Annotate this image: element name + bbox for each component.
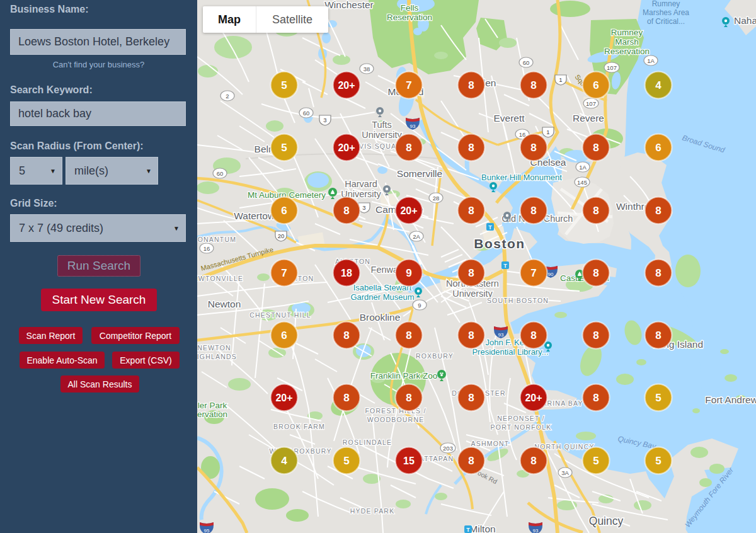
svg-text:University: University bbox=[362, 130, 402, 140]
svg-text:Rumney: Rumney bbox=[611, 28, 643, 37]
svg-text:Nahant: Nahant bbox=[734, 15, 756, 26]
svg-text:ROSLINDALE: ROSLINDALE bbox=[343, 438, 392, 446]
svg-text:20+: 20+ bbox=[338, 142, 355, 153]
svg-text:8: 8 bbox=[343, 205, 349, 217]
svg-text:8: 8 bbox=[530, 455, 536, 467]
svg-text:8: 8 bbox=[468, 392, 474, 404]
svg-text:NEWTONVILLE: NEWTONVILLE bbox=[197, 275, 243, 282]
svg-text:HYDE PARK: HYDE PARK bbox=[350, 507, 395, 515]
svg-text:93: 93 bbox=[533, 528, 539, 533]
svg-text:Brookline: Brookline bbox=[360, 312, 401, 323]
svg-text:8: 8 bbox=[468, 267, 474, 279]
svg-text:95: 95 bbox=[204, 528, 210, 533]
svg-text:CHESTNUT HILL: CHESTNUT HILL bbox=[249, 311, 311, 319]
svg-text:Newton: Newton bbox=[208, 299, 241, 309]
svg-text:Fort Andrews: Fort Andrews bbox=[705, 394, 756, 405]
svg-text:ervation: ervation bbox=[197, 410, 227, 419]
svg-text:Rumney: Rumney bbox=[652, 0, 680, 8]
svg-text:Somerville: Somerville bbox=[397, 168, 442, 179]
svg-text:Marshes Area: Marshes Area bbox=[643, 8, 689, 17]
svg-text:NEPONSET /: NEPONSET / bbox=[497, 415, 544, 422]
svg-text:8: 8 bbox=[468, 330, 474, 341]
svg-text:8: 8 bbox=[593, 330, 598, 341]
svg-text:1A: 1A bbox=[579, 164, 587, 171]
svg-text:5: 5 bbox=[655, 455, 661, 467]
svg-text:203: 203 bbox=[443, 445, 453, 452]
svg-text:Fells: Fells bbox=[401, 3, 419, 13]
svg-text:20+: 20+ bbox=[275, 393, 292, 403]
svg-text:8: 8 bbox=[468, 142, 474, 154]
svg-text:8: 8 bbox=[530, 79, 536, 91]
svg-text:20: 20 bbox=[278, 232, 285, 239]
svg-text:16: 16 bbox=[203, 245, 210, 252]
svg-text:9: 9 bbox=[418, 302, 421, 309]
svg-text:8: 8 bbox=[655, 205, 661, 217]
svg-text:Winchester: Winchester bbox=[324, 0, 374, 10]
svg-text:NONANTUM: NONANTUM bbox=[197, 236, 236, 243]
svg-text:8: 8 bbox=[406, 330, 411, 341]
svg-text:15: 15 bbox=[403, 456, 415, 466]
svg-text:145: 145 bbox=[577, 179, 587, 186]
svg-text:Boston: Boston bbox=[474, 236, 525, 251]
svg-text:8: 8 bbox=[593, 142, 598, 154]
svg-text:Reservation: Reservation bbox=[604, 47, 650, 56]
svg-text:HIGHLANDS: HIGHLANDS bbox=[197, 353, 237, 360]
svg-text:6: 6 bbox=[593, 79, 598, 91]
svg-text:Everett: Everett bbox=[493, 113, 525, 123]
svg-text:ASHMONT: ASHMONT bbox=[471, 440, 510, 447]
svg-text:3A: 3A bbox=[561, 469, 569, 476]
svg-text:8: 8 bbox=[468, 455, 474, 467]
svg-text:8: 8 bbox=[406, 392, 411, 404]
svg-text:ROXBURY: ROXBURY bbox=[416, 352, 454, 360]
svg-text:8: 8 bbox=[593, 205, 598, 217]
svg-text:60: 60 bbox=[217, 170, 224, 177]
svg-text:Gardner Museum: Gardner Museum bbox=[350, 292, 414, 302]
svg-text:2A: 2A bbox=[413, 233, 420, 240]
svg-text:7: 7 bbox=[281, 267, 287, 279]
svg-text:Franklin Park Zoo: Franklin Park Zoo bbox=[370, 371, 438, 381]
svg-text:WOODBOURNE: WOODBOURNE bbox=[367, 416, 425, 423]
svg-text:T: T bbox=[466, 527, 470, 533]
svg-text:5: 5 bbox=[343, 455, 349, 467]
svg-text:Revere: Revere bbox=[573, 113, 604, 123]
svg-text:BROOK FARM: BROOK FARM bbox=[273, 423, 325, 430]
svg-text:20+: 20+ bbox=[400, 205, 417, 216]
svg-text:93: 93 bbox=[498, 332, 504, 338]
svg-text:107: 107 bbox=[586, 100, 596, 107]
svg-text:1: 1 bbox=[546, 129, 549, 135]
svg-text:90: 90 bbox=[548, 272, 554, 277]
svg-text:60: 60 bbox=[303, 110, 310, 117]
svg-text:Tufts: Tufts bbox=[372, 120, 392, 130]
svg-text:PORT NORFOLK: PORT NORFOLK bbox=[491, 423, 552, 431]
svg-text:8: 8 bbox=[468, 205, 474, 217]
svg-text:Harvard: Harvard bbox=[345, 179, 377, 189]
svg-text:38: 38 bbox=[364, 66, 370, 72]
svg-text:8: 8 bbox=[593, 392, 598, 404]
svg-text:NEWTON: NEWTON bbox=[197, 344, 231, 352]
svg-text:8: 8 bbox=[655, 330, 661, 341]
svg-text:T: T bbox=[488, 224, 492, 231]
svg-text:93: 93 bbox=[410, 123, 416, 129]
svg-text:8: 8 bbox=[655, 267, 661, 279]
svg-text:7: 7 bbox=[530, 267, 536, 279]
svg-text:3: 3 bbox=[362, 204, 365, 211]
svg-text:8: 8 bbox=[343, 330, 349, 341]
svg-text:1A: 1A bbox=[647, 57, 655, 64]
svg-text:60: 60 bbox=[523, 59, 530, 66]
svg-text:3: 3 bbox=[323, 117, 326, 123]
svg-text:Quincy: Quincy bbox=[589, 515, 624, 527]
svg-text:T: T bbox=[503, 263, 507, 269]
svg-text:Bunker Hill Monument: Bunker Hill Monument bbox=[481, 173, 562, 182]
svg-text:7: 7 bbox=[406, 79, 411, 91]
svg-text:8: 8 bbox=[406, 142, 411, 154]
svg-text:8: 8 bbox=[530, 142, 536, 154]
svg-text:Reservation: Reservation bbox=[387, 13, 432, 22]
svg-text:5: 5 bbox=[281, 142, 287, 154]
svg-text:8: 8 bbox=[343, 392, 349, 404]
svg-text:5: 5 bbox=[593, 455, 598, 467]
svg-text:8: 8 bbox=[593, 267, 598, 279]
svg-text:Marsh: Marsh bbox=[615, 37, 639, 47]
svg-text:NORTH QUINCY: NORTH QUINCY bbox=[534, 443, 594, 450]
svg-text:107: 107 bbox=[607, 64, 617, 71]
svg-text:20+: 20+ bbox=[338, 80, 355, 91]
